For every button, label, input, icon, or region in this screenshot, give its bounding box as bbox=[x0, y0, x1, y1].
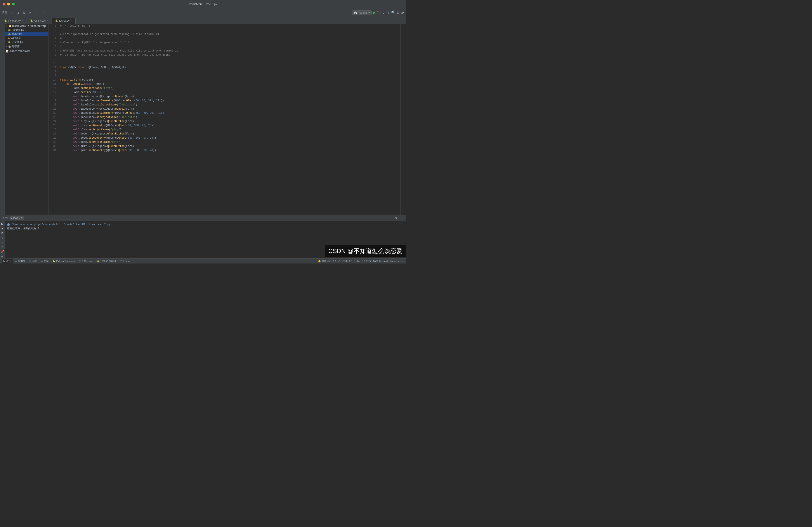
tree-testui-icon: 🐍 bbox=[8, 32, 11, 35]
bottom-settings-icon[interactable]: ⚙ bbox=[393, 216, 398, 221]
bottom-filter-icon[interactable]: ≡ bbox=[1, 241, 3, 244]
event-log-icon: 🔔 bbox=[318, 259, 321, 262]
bottom-scroll-icon[interactable]: ⤵ bbox=[1, 236, 3, 239]
next-button[interactable]: ≫ bbox=[401, 11, 404, 15]
line-numbers: 12345 678910 1112131415 1617181920 21222… bbox=[48, 24, 58, 215]
status-tab-python-console[interactable]: 🐍 Python 控制台 bbox=[95, 258, 118, 264]
close-button[interactable] bbox=[3, 3, 5, 5]
close-panel-icon[interactable]: ─ bbox=[46, 10, 51, 15]
panda-icon: 🐼 bbox=[354, 11, 357, 14]
right-margin bbox=[403, 24, 406, 215]
run-tab-label: 运行 bbox=[6, 259, 11, 262]
python-packages-tab-label: Python Packages bbox=[56, 260, 75, 262]
run-config-close[interactable]: ✕ bbox=[21, 216, 23, 219]
todo-tab-icon: ☰ bbox=[15, 259, 17, 262]
tree-testui-ui[interactable]: 🖼 testUI.ui bbox=[5, 36, 48, 40]
bottom-stop-icon[interactable]: ■ bbox=[1, 227, 3, 230]
bottom-pin-icon[interactable]: 📌 bbox=[1, 250, 4, 253]
scroll-gutter bbox=[400, 24, 403, 215]
tree-uifile-label: UI文件.py bbox=[12, 40, 23, 44]
run-button[interactable]: ▶ bbox=[373, 11, 376, 15]
tree-scratch-icon: 📝 bbox=[6, 50, 9, 52]
status-event-log[interactable]: 🔔 事件日志 bbox=[318, 259, 331, 262]
bottom-toolbar: 运行: ▶ PyUIC ✕ ⚙ ─ bbox=[0, 215, 406, 221]
bottom-print-icon[interactable]: 🖨 bbox=[1, 254, 4, 258]
settings-icon[interactable]: ⋯ bbox=[40, 10, 45, 15]
r-jobs-tab-icon: R bbox=[120, 260, 122, 262]
side-panel-labels: 项目 bbox=[0, 24, 5, 215]
problems-tab-label: 问题 bbox=[32, 259, 37, 262]
tree-scratch-label: 草稿文件和控制台 bbox=[10, 49, 30, 53]
bottom-close-icon[interactable]: ─ bbox=[400, 216, 404, 221]
python-console-tab-icon: 🐍 bbox=[97, 259, 100, 262]
tree-uifile[interactable]: 🐍 UI文件.py bbox=[5, 40, 48, 44]
tab-pandas[interactable]: 🐍 Pandas.py ✕ bbox=[1, 18, 27, 24]
bottom-rerun-icon[interactable]: ↺ bbox=[1, 231, 3, 235]
terminal-command: /Users/suncheng/opt/anaconda3/bin/pyuic5… bbox=[11, 223, 111, 226]
status-tab-terminal[interactable]: ☰ 终端 bbox=[39, 258, 50, 264]
expand-icon[interactable]: ⇅ bbox=[21, 10, 26, 15]
pandas-tab-icon: 🐍 bbox=[4, 19, 7, 22]
code-content[interactable]: # -*- coding: utf-8 -*- # Form implement… bbox=[58, 24, 400, 215]
tree-testui-ui-label: testUI.ui bbox=[11, 36, 20, 39]
check-icon: ✓ bbox=[338, 259, 340, 262]
coverage-button[interactable]: ↙ bbox=[382, 11, 385, 15]
tree-external-icon: 📚 bbox=[8, 45, 11, 48]
tree-root-icon: 📁 bbox=[9, 25, 12, 28]
run-config-run[interactable]: ▶ PyUIC ✕ bbox=[10, 216, 24, 220]
tree-external-lib[interactable]: ▶ 📚 外部库 bbox=[5, 44, 48, 49]
maximize-button[interactable] bbox=[12, 3, 15, 5]
encoding-label: UTF-8 bbox=[340, 260, 347, 262]
python-console-tab-label: Python 控制台 bbox=[101, 259, 116, 262]
pandas-tab-label: Pandas.py bbox=[8, 19, 21, 22]
bottom-up-arrow-icon[interactable]: ↑ bbox=[1, 245, 3, 249]
status-tab-run[interactable]: ▶ 运行 bbox=[2, 258, 13, 264]
problems-tab-icon: ⚠ bbox=[29, 259, 31, 262]
traffic-lights bbox=[3, 3, 15, 5]
bottom-side-icons: ▶ ■ ↺ ⤵ ≡ ↑ 📌 🖨 🗑 bbox=[0, 221, 5, 258]
debug-button[interactable]: ⬛ bbox=[377, 11, 381, 15]
r-console-tab-icon: R bbox=[79, 260, 81, 262]
status-right: 🔔 事件日志 1:1 ✓ UTF-8 LF Python 3.8 (PP) AW… bbox=[318, 259, 404, 262]
sync-icon[interactable]: ⇄ bbox=[28, 10, 32, 15]
status-tab-python-packages[interactable]: 🐍 Python Packages bbox=[51, 258, 77, 264]
testui-tab-close[interactable]: ✕ bbox=[71, 20, 72, 22]
minimize-button[interactable] bbox=[7, 3, 10, 5]
menu-icon[interactable]: ≡ bbox=[9, 10, 14, 15]
dropdown-icon: ▾ bbox=[368, 11, 370, 14]
status-bar: ▶ 运行 ☰ TODO ⚠ 问题 ☰ 终端 🐍 Python Packages … bbox=[0, 258, 406, 264]
tree-pandas[interactable]: 🐍 Pandas.py bbox=[5, 28, 48, 32]
run-config-badge[interactable]: 🐼 Pandas ▾ bbox=[352, 11, 372, 15]
run-config-name: PyUIC bbox=[13, 216, 20, 219]
search-button[interactable]: 🔍 bbox=[391, 11, 395, 15]
settings-gear-button[interactable]: ⚙ bbox=[396, 11, 400, 15]
pause-button[interactable]: ⏸ bbox=[387, 11, 390, 14]
run-config-area: 🐼 Pandas ▾ ▶ ⬛ ↙ ⏸ 🔍 ⚙ ≫ bbox=[352, 11, 404, 15]
bottom-run-icon[interactable]: ▶ bbox=[1, 222, 3, 226]
status-tab-r-console[interactable]: R R Console bbox=[77, 258, 95, 264]
status-tab-problems[interactable]: ⚠ 问题 bbox=[27, 258, 39, 264]
python-packages-tab-icon: 🐍 bbox=[53, 259, 56, 262]
window-title: lessIsMore – testUI.py bbox=[189, 2, 217, 6]
tree-root[interactable]: ▼ 📁 lessIsMore ~/PycharmProje bbox=[5, 24, 48, 28]
status-aws[interactable]: AWS: No credentials selected bbox=[373, 260, 404, 262]
status-line-ending: LF bbox=[349, 260, 352, 262]
tab-uifile[interactable]: 🐍 UI文件.py ✕ bbox=[27, 18, 52, 24]
main-area: 项目 ▼ 📁 lessIsMore ~/PycharmProje 🐍 Panda… bbox=[0, 24, 406, 215]
uifile-tab-close[interactable]: ✕ bbox=[47, 20, 48, 22]
collapse-icon[interactable]: ⊟ bbox=[15, 10, 20, 15]
tree-testui-ui-icon: 🖼 bbox=[8, 36, 10, 39]
terminal-cmd-line: ⬤ /Users/suncheng/opt/anaconda3/bin/pyui… bbox=[7, 223, 404, 227]
tab-testui[interactable]: 🐍 testUI.py ✕ bbox=[52, 18, 76, 24]
up-icon[interactable]: ↑ bbox=[34, 10, 39, 15]
status-position: 1:1 bbox=[333, 260, 336, 262]
pandas-tab-close[interactable]: ✕ bbox=[22, 20, 24, 22]
project-label: 项目 bbox=[2, 11, 7, 14]
tree-testui-py[interactable]: 🐍 testUI.py bbox=[5, 32, 48, 36]
status-tab-r-jobs[interactable]: R R Jobs bbox=[118, 258, 132, 264]
status-tab-todo[interactable]: ☰ TODO bbox=[13, 258, 27, 264]
tree-scratch[interactable]: 📝 草稿文件和控制台 bbox=[5, 49, 48, 54]
run-config-label: Pandas bbox=[358, 11, 367, 14]
status-python-version[interactable]: Python 3.8 (PP) bbox=[354, 260, 371, 262]
tree-root-label: lessIsMore ~/PycharmProje bbox=[12, 25, 46, 28]
